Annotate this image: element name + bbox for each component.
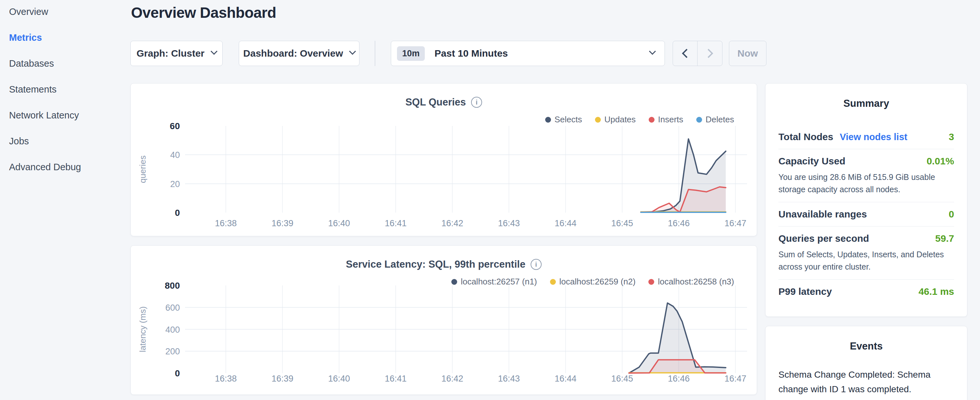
sidebar-item-metrics[interactable]: Metrics <box>9 32 129 58</box>
svg-text:16:46: 16:46 <box>668 218 690 228</box>
qps-description: Sum of Selects, Updates, Inserts, and De… <box>778 249 954 273</box>
now-button: Now <box>729 41 767 66</box>
qps-value: 59.7 <box>935 233 954 244</box>
time-range-label: Past 10 Minutes <box>434 48 508 59</box>
toolbar-divider <box>375 41 375 66</box>
chevron-right-icon <box>704 49 713 58</box>
summary-row-total-nodes: Total Nodes View nodes list 3 <box>778 125 954 149</box>
svg-text:200: 200 <box>165 347 180 356</box>
summary-row-qps: Queries per second 59.7 Sum of Selects, … <box>778 226 954 279</box>
service-latency-plot[interactable]: 16:3816:3916:4016:4116:4216:4316:4416:45… <box>131 245 757 395</box>
summary-title: Summary <box>778 98 954 109</box>
summary-row-unavailable-ranges: Unavailable ranges 0 <box>778 202 954 226</box>
chevron-down-icon <box>349 48 356 55</box>
event-item[interactable]: Schema Change Completed: Schema change w… <box>778 368 954 400</box>
capacity-used-value: 0.01% <box>927 156 954 167</box>
svg-text:20: 20 <box>170 179 180 189</box>
svg-text:16:45: 16:45 <box>611 218 633 228</box>
svg-text:16:38: 16:38 <box>215 374 237 384</box>
svg-text:16:39: 16:39 <box>272 218 293 228</box>
time-forward-button <box>698 41 722 66</box>
time-range-dropdown[interactable]: 10m Past 10 Minutes <box>391 41 665 66</box>
sidebar-item-overview[interactable]: Overview <box>9 6 129 32</box>
right-column: Summary Total Nodes View nodes list 3 Ca… <box>765 83 967 400</box>
svg-text:16:43: 16:43 <box>498 374 520 384</box>
svg-text:16:44: 16:44 <box>555 374 576 384</box>
svg-text:queries: queries <box>138 155 148 183</box>
dashboard-dropdown[interactable]: Dashboard: Overview <box>239 41 360 66</box>
svg-text:16:47: 16:47 <box>724 374 746 384</box>
unavailable-ranges-value: 0 <box>949 209 954 220</box>
svg-text:400: 400 <box>165 325 180 335</box>
p99-latency-value: 46.1 ms <box>918 286 954 297</box>
total-nodes-value: 3 <box>949 131 954 142</box>
svg-text:800: 800 <box>165 280 180 291</box>
svg-text:16:40: 16:40 <box>328 218 350 228</box>
view-nodes-link[interactable]: View nodes list <box>840 132 907 142</box>
svg-text:16:39: 16:39 <box>272 374 293 384</box>
graph-scope-label: Graph: Cluster <box>137 48 204 59</box>
svg-text:16:41: 16:41 <box>385 374 407 384</box>
events-title: Events <box>778 341 954 352</box>
sidebar-item-statements[interactable]: Statements <box>9 84 129 110</box>
svg-text:16:47: 16:47 <box>724 218 746 228</box>
chevron-down-icon <box>649 48 656 55</box>
toolbar: Graph: Cluster Dashboard: Overview 10m P… <box>129 41 776 66</box>
sql-queries-plot[interactable]: 16:3816:3916:4016:4116:4216:4316:4416:45… <box>131 83 757 237</box>
time-range-badge: 10m <box>397 46 425 61</box>
graph-scope-dropdown[interactable]: Graph: Cluster <box>130 41 223 66</box>
svg-text:16:38: 16:38 <box>215 218 237 228</box>
summary-row-p99: P99 latency 46.1 ms <box>778 280 954 304</box>
sidebar: Overview Metrics Databases Statements Ne… <box>0 0 129 400</box>
svg-text:0: 0 <box>175 208 180 218</box>
svg-text:16:45: 16:45 <box>611 374 633 384</box>
time-back-button[interactable] <box>673 41 698 66</box>
chevron-left-icon <box>682 49 691 58</box>
capacity-description: You are using 28.6 MiB of 515.9 GiB usab… <box>778 171 954 196</box>
svg-text:40: 40 <box>170 150 180 160</box>
main-content: Overview Dashboard Graph: Cluster Dashbo… <box>129 0 776 21</box>
svg-text:latency (ms): latency (ms) <box>138 306 148 352</box>
sidebar-item-advanced-debug[interactable]: Advanced Debug <box>9 162 129 188</box>
svg-text:16:44: 16:44 <box>555 218 576 228</box>
app-root: Overview Metrics Databases Statements Ne… <box>0 0 980 400</box>
svg-text:16:42: 16:42 <box>441 218 463 228</box>
sidebar-item-network-latency[interactable]: Network Latency <box>9 110 129 136</box>
dashboard-label: Dashboard: Overview <box>243 48 343 59</box>
svg-text:16:43: 16:43 <box>498 218 520 228</box>
time-pager <box>673 41 722 66</box>
sidebar-item-jobs[interactable]: Jobs <box>9 136 129 162</box>
service-latency-chart-panel[interactable]: Service Latency: SQL, 99th percentile i … <box>130 245 757 395</box>
svg-text:600: 600 <box>165 303 180 312</box>
svg-text:60: 60 <box>170 121 180 131</box>
svg-text:16:42: 16:42 <box>441 374 463 384</box>
chevron-down-icon <box>211 48 217 55</box>
events-panel: Events Schema Change Completed: Schema c… <box>765 326 967 400</box>
summary-row-capacity: Capacity Used 0.01% You are using 28.6 M… <box>778 149 954 202</box>
page-title: Overview Dashboard <box>131 4 776 21</box>
svg-text:0: 0 <box>175 368 180 378</box>
svg-text:16:41: 16:41 <box>385 218 407 228</box>
summary-panel: Summary Total Nodes View nodes list 3 Ca… <box>765 83 967 317</box>
event-text: Schema Change Completed: Schema change w… <box>778 368 934 397</box>
svg-text:16:40: 16:40 <box>328 374 350 384</box>
sql-queries-chart-panel[interactable]: SQL Queries i Selects Updates Inserts De… <box>130 83 757 236</box>
svg-text:16:46: 16:46 <box>668 374 690 384</box>
sidebar-item-databases[interactable]: Databases <box>9 58 129 84</box>
